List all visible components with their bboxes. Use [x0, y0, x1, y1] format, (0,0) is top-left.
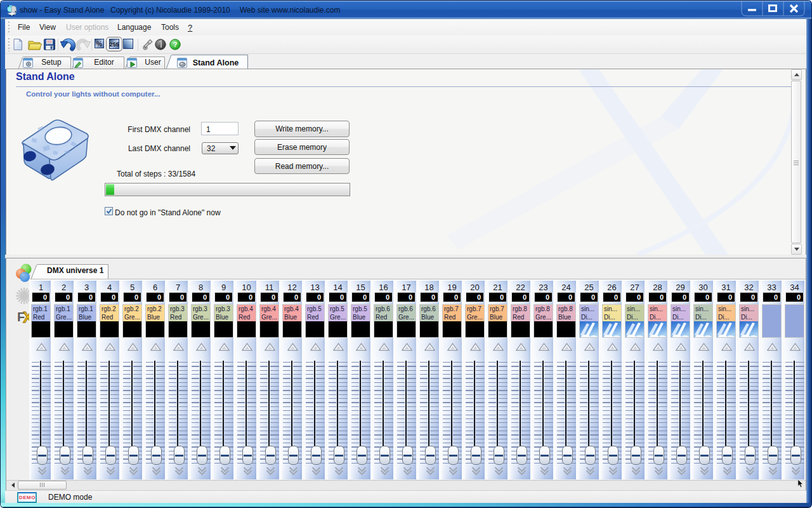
svg-text:255: 255	[109, 41, 119, 48]
svg-text:%: %	[96, 41, 102, 48]
svg-text:Setup: Setup	[41, 58, 62, 67]
svg-text:?: ?	[173, 41, 178, 48]
svg-text:User: User	[145, 58, 160, 67]
svg-text:Stand Alone: Stand Alone	[193, 58, 239, 67]
svg-text:Editor: Editor	[94, 58, 114, 67]
